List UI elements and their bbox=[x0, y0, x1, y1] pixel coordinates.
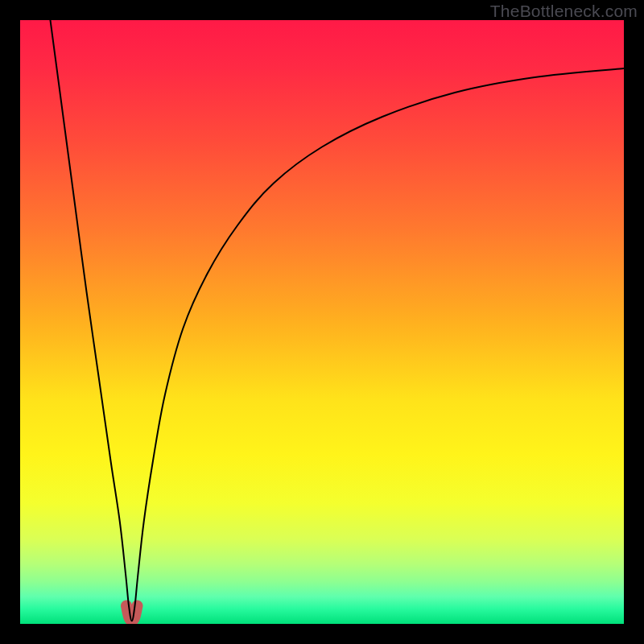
plot-background bbox=[20, 20, 624, 624]
watermark-label: TheBottleneck.com bbox=[490, 2, 638, 21]
plot-area bbox=[20, 20, 624, 624]
chart-frame: TheBottleneck.com bbox=[0, 0, 644, 644]
notch-highlight bbox=[126, 606, 138, 621]
chart-svg bbox=[20, 20, 624, 624]
